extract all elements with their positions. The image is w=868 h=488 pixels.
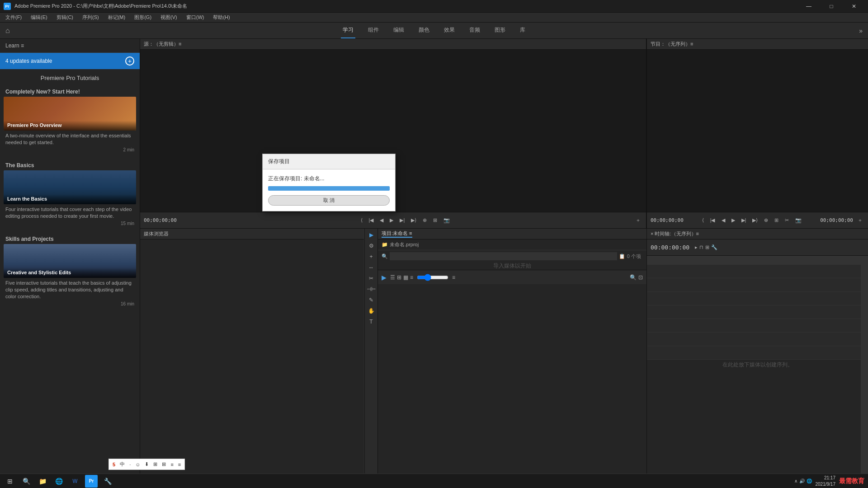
timeline-scroll-bar[interactable] xyxy=(861,256,868,474)
clock-date[interactable]: 21:17 2021/9/17 xyxy=(816,475,836,488)
ime-item-chinese[interactable]: 中 xyxy=(118,460,127,469)
prog-in-btn[interactable]: ⟨ xyxy=(700,216,706,224)
panel-settings-icon[interactable]: ⊡ xyxy=(638,274,643,281)
tab-learn[interactable]: 学习 xyxy=(341,23,355,38)
menu-view[interactable]: 视图(V) xyxy=(157,13,181,22)
tool-track-select[interactable]: ⚙ xyxy=(366,241,377,250)
tutorial-thumb-overview: Premiere Pro Overview xyxy=(4,97,136,131)
tool-rolling-edit[interactable]: ↔ xyxy=(366,263,377,272)
tutorial-card-overview[interactable]: Premiere Pro Overview A two-minute overv… xyxy=(4,97,136,155)
tool-razor[interactable]: ✂ xyxy=(366,274,377,283)
taskbar-word[interactable]: W xyxy=(69,475,81,488)
tab-graphics[interactable]: 图形 xyxy=(493,23,507,38)
menu-help[interactable]: 帮助(H) xyxy=(209,13,233,22)
menu-marker[interactable]: 标记(M) xyxy=(104,13,129,22)
nav-bar: ⌂ 学习 组件 编辑 颜色 效果 音频 图形 库 » xyxy=(0,23,868,39)
ime-item-down[interactable]: ⬇ xyxy=(143,460,151,468)
tab-effects[interactable]: 效果 xyxy=(442,23,457,38)
thumb-overlay-creative: Creative and Stylistic Edits xyxy=(4,268,136,278)
taskbar-premiere[interactable]: Pr xyxy=(85,475,98,488)
linked-selection-icon[interactable]: ⊞ xyxy=(705,244,709,250)
prog-add-btn[interactable]: ＋ xyxy=(856,216,864,225)
prog-step-frame-fwd-btn[interactable]: ▶| xyxy=(740,216,748,224)
tool-slip[interactable]: ⊣⊢ xyxy=(366,285,377,294)
source-step-back-btn[interactable]: |◀ xyxy=(367,216,376,224)
add-marker-icon[interactable]: ▸ xyxy=(695,244,698,250)
tool-hand[interactable]: ✋ xyxy=(366,306,377,315)
more-tabs-button[interactable]: » xyxy=(859,27,863,34)
menu-clip[interactable]: 剪辑(C) xyxy=(53,13,77,22)
menu-edit[interactable]: 编辑(E) xyxy=(27,13,51,22)
maximize-button[interactable]: □ xyxy=(821,0,842,13)
source-in-point-btn[interactable]: ⟨ xyxy=(359,216,364,224)
ime-item-menu1[interactable]: ≡ xyxy=(169,461,175,468)
prog-extract-btn[interactable]: ⊞ xyxy=(773,216,780,224)
tab-edit[interactable]: 编辑 xyxy=(392,23,406,38)
updates-banner[interactable]: 4 updates available + xyxy=(0,53,140,69)
taskbar-edge[interactable]: 🌐 xyxy=(52,475,65,488)
tray-up-arrow[interactable]: ∧ xyxy=(794,479,797,483)
source-add-btn[interactable]: ＋ xyxy=(634,216,642,225)
source-step-frame-back-btn[interactable]: ◀ xyxy=(378,216,385,224)
prog-lift-btn[interactable]: ⊕ xyxy=(762,216,770,224)
search-input[interactable] xyxy=(390,252,617,260)
source-play-btn[interactable]: ▶ xyxy=(388,216,395,224)
source-out-point-btn[interactable]: ▶⟩ xyxy=(409,216,418,224)
save-cancel-button[interactable]: 取 消 xyxy=(268,195,390,206)
home-button[interactable]: ⌂ xyxy=(5,27,10,35)
prog-step-back-btn[interactable]: |◀ xyxy=(708,216,717,224)
grid-view-icon[interactable]: ⊞ xyxy=(397,274,401,281)
prog-step-frame-back-btn[interactable]: ◀ xyxy=(720,216,727,224)
taskbar-other[interactable]: 🔧 xyxy=(101,475,114,488)
source-monitor-controls: 00;00;00;00 ⟨ |◀ ◀ ▶ ▶| ▶⟩ ⊕ ⊞ 📷 ＋ xyxy=(140,212,646,228)
tab-color[interactable]: 颜色 xyxy=(417,23,431,38)
prog-camera-btn[interactable]: 📷 xyxy=(793,216,803,224)
wrench-icon[interactable]: 🔧 xyxy=(711,244,717,250)
menu-window[interactable]: 窗口(W) xyxy=(183,13,208,22)
close-button[interactable]: ✕ xyxy=(844,0,864,13)
tab-audio[interactable]: 音频 xyxy=(467,23,482,38)
tool-pen[interactable]: ✎ xyxy=(366,296,377,305)
media-browser-tab[interactable]: 媒体浏览器 xyxy=(144,230,169,237)
minimize-button[interactable]: — xyxy=(798,0,819,13)
prog-play-btn[interactable]: ▶ xyxy=(730,216,737,224)
taskbar-explorer[interactable]: 📁 xyxy=(36,475,49,488)
zoom-slider[interactable] xyxy=(417,274,448,281)
project-panel-tab[interactable]: 项目:未命名 ≡ xyxy=(382,230,412,238)
ime-item-grid2[interactable]: ⊞ xyxy=(160,460,168,468)
auto-match-icon[interactable]: ≡ xyxy=(410,274,413,281)
new-bin-icon[interactable]: ▶ xyxy=(382,274,387,281)
ime-item-menu2[interactable]: ≡ xyxy=(176,461,183,468)
ime-item-dot[interactable]: ∙ xyxy=(127,461,132,468)
panel-menu-icon[interactable]: 🔍 xyxy=(630,274,637,281)
ime-item-grid1[interactable]: ⊞ xyxy=(151,460,159,468)
list-view-icon[interactable]: ☰ xyxy=(390,274,395,281)
snap-icon[interactable]: ⊓ xyxy=(699,244,703,250)
sort-icon[interactable]: ≡ xyxy=(452,274,455,281)
prog-trim-btn[interactable]: ✂ xyxy=(783,216,791,224)
menu-graphics[interactable]: 图形(G) xyxy=(131,13,155,22)
tool-type[interactable]: T xyxy=(366,317,377,326)
source-overlay-btn[interactable]: ⊞ xyxy=(431,216,439,224)
tray-network[interactable]: 🌐 xyxy=(807,479,812,483)
source-step-frame-fwd-btn[interactable]: ▶| xyxy=(398,216,406,224)
source-insert-btn[interactable]: ⊕ xyxy=(421,216,429,224)
tutorial-card-basics[interactable]: Learn the Basics Four interactive tutori… xyxy=(4,170,136,229)
updates-plus-button[interactable]: + xyxy=(125,56,134,66)
source-camera-btn[interactable]: 📷 xyxy=(442,216,452,224)
menu-sequence[interactable]: 序列(S) xyxy=(79,13,103,22)
search-button[interactable]: 🔍 xyxy=(20,475,33,488)
tutorial-card-creative[interactable]: Creative and Stylistic Edits Five intera… xyxy=(4,244,136,309)
tool-ripple-edit[interactable]: + xyxy=(366,252,377,261)
icon-view-btn[interactable]: ▦ xyxy=(403,274,408,281)
tab-assembly[interactable]: 组件 xyxy=(366,23,381,38)
prog-out-btn[interactable]: ▶⟩ xyxy=(750,216,760,224)
ime-item-number[interactable]: 5 xyxy=(111,461,117,468)
ime-item-emoji[interactable]: ☺ xyxy=(133,461,142,468)
tool-selection[interactable]: ▶ xyxy=(366,230,377,239)
tray-speaker[interactable]: 🔊 xyxy=(799,479,805,483)
window-controls[interactable]: — □ ✕ xyxy=(798,0,864,13)
menu-file[interactable]: 文件(F) xyxy=(2,13,25,22)
start-button[interactable]: ⊞ xyxy=(4,475,16,488)
tab-library[interactable]: 库 xyxy=(518,23,527,38)
